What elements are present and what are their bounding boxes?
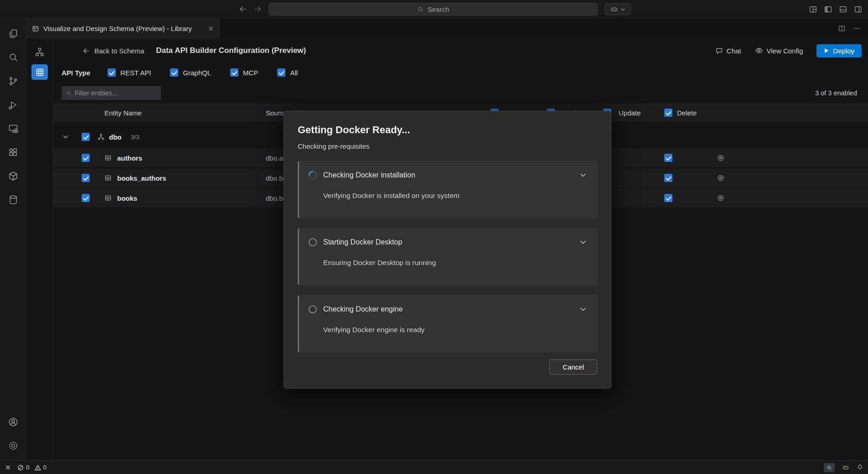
- page-title: Data API Builder Configuration (Preview): [156, 46, 306, 55]
- rest-api-checkbox[interactable]: [108, 68, 116, 77]
- account-icon[interactable]: [2, 410, 24, 434]
- group-name: dbo: [109, 133, 122, 141]
- back-arrow-icon[interactable]: [239, 5, 247, 13]
- play-icon: [824, 48, 829, 53]
- row-checkbox[interactable]: [82, 154, 90, 162]
- chat-icon: [715, 47, 723, 55]
- spinner-icon: [308, 171, 317, 180]
- copilot-icon: [610, 5, 618, 13]
- step-docker-installation: Checking Docker installation Verifying D…: [298, 161, 597, 218]
- toggle-panel-icon[interactable]: [839, 5, 847, 14]
- docker-ready-dialog: Getting Docker Ready... Checking pre-req…: [284, 111, 611, 389]
- tab-visualize-schema[interactable]: Visualize and Design Schema (Preview) - …: [26, 18, 220, 39]
- search-icon: [417, 6, 424, 13]
- api-option-all[interactable]: All: [277, 68, 298, 77]
- history-navigation: [239, 0, 262, 18]
- row-settings-gear-icon[interactable]: [717, 174, 725, 182]
- delete-all-checkbox[interactable]: [664, 109, 672, 117]
- settings-gear-icon[interactable]: [2, 434, 24, 458]
- dialog-subtitle: Checking pre-requisites: [298, 142, 597, 150]
- back-to-schema-link[interactable]: Back to Schema: [83, 47, 144, 55]
- forward-arrow-icon[interactable]: [253, 5, 262, 13]
- entity-search-row: 3 of 3 enabled: [53, 83, 868, 104]
- titlebar: Search: [0, 0, 868, 18]
- customize-layout-icon[interactable]: [809, 5, 817, 14]
- row-checkbox[interactable]: [82, 194, 90, 202]
- tab-close-icon[interactable]: [208, 26, 214, 31]
- source-control-icon[interactable]: [2, 69, 24, 93]
- back-arrow-icon: [83, 47, 90, 55]
- step-title: Checking Docker engine: [323, 305, 403, 313]
- step-docker-engine: Checking Docker engine Verifying Docker …: [298, 295, 597, 352]
- all-checkbox[interactable]: [277, 68, 285, 77]
- toggle-primary-sidebar-icon[interactable]: [824, 5, 832, 14]
- filter-entities-field[interactable]: [62, 86, 161, 100]
- chevron-down-icon[interactable]: [579, 239, 587, 246]
- step-description: Verifying Docker engine is ready: [323, 326, 587, 334]
- deploy-button[interactable]: Deploy: [816, 44, 862, 57]
- layout-controls: [809, 0, 863, 18]
- copilot-status-icon[interactable]: [842, 464, 849, 471]
- mcp-checkbox[interactable]: [230, 68, 238, 77]
- table-icon: [104, 194, 112, 202]
- explorer-icon[interactable]: [2, 22, 24, 46]
- warning-icon: [35, 464, 41, 471]
- split-editor-icon[interactable]: [838, 25, 846, 32]
- activity-bar: [0, 18, 26, 460]
- graphql-label: GraphQL: [183, 69, 211, 77]
- filter-entities-input[interactable]: [75, 89, 157, 97]
- enabled-count: 3 of 3 enabled: [815, 89, 857, 97]
- row-settings-gear-icon[interactable]: [717, 154, 725, 162]
- tab-bar: Visualize and Design Schema (Preview) - …: [26, 18, 868, 39]
- pending-circle-icon: [308, 305, 317, 314]
- api-option-mcp[interactable]: MCP: [230, 68, 258, 77]
- step-docker-desktop: Starting Docker Desktop Ensuring Docker …: [298, 228, 597, 285]
- collapse-chevron-icon[interactable]: [62, 134, 69, 140]
- error-icon: [17, 464, 24, 471]
- chevron-down-icon: [620, 7, 625, 12]
- run-and-debug-icon[interactable]: [2, 93, 24, 117]
- remote-indicator-icon[interactable]: [5, 464, 11, 471]
- entity-name: books_authors: [117, 174, 166, 182]
- view-config-button[interactable]: View Config: [755, 47, 803, 55]
- search-icon: [66, 90, 72, 96]
- zoom-indicator-icon[interactable]: [824, 463, 835, 472]
- deploy-label: Deploy: [833, 47, 854, 55]
- notifications-bell-icon[interactable]: [857, 464, 863, 471]
- rest-api-label: REST API: [120, 69, 151, 77]
- group-checkbox[interactable]: [82, 133, 90, 141]
- database-icon[interactable]: [2, 188, 24, 212]
- cancel-button[interactable]: Cancel: [549, 359, 597, 375]
- problems-indicator[interactable]: 0 0: [17, 464, 46, 471]
- back-label: Back to Schema: [94, 47, 144, 55]
- dialog-title: Getting Docker Ready...: [298, 124, 597, 136]
- step-description: Ensuring Docker Desktop is running: [323, 259, 587, 267]
- row-checkbox[interactable]: [82, 174, 90, 182]
- copilot-menu-button[interactable]: [604, 3, 631, 15]
- schema-designer-icon[interactable]: [31, 44, 48, 60]
- step-title: Checking Docker installation: [323, 171, 415, 179]
- warning-count: 0: [43, 464, 47, 471]
- command-center-search[interactable]: Search: [269, 3, 598, 16]
- graphql-checkbox[interactable]: [170, 68, 178, 77]
- chevron-down-icon[interactable]: [579, 172, 587, 179]
- row-settings-gear-icon[interactable]: [717, 194, 725, 202]
- package-icon[interactable]: [2, 164, 24, 188]
- status-bar: 0 0: [0, 460, 868, 474]
- search-label: Search: [428, 5, 450, 13]
- delete-checkbox[interactable]: [664, 154, 672, 162]
- extensions-icon[interactable]: [2, 141, 24, 164]
- delete-checkbox[interactable]: [664, 194, 672, 202]
- toggle-secondary-sidebar-icon[interactable]: [854, 5, 863, 14]
- api-option-graphql[interactable]: GraphQL: [170, 68, 211, 77]
- search-icon[interactable]: [2, 46, 24, 69]
- remote-window-error-icon[interactable]: [2, 117, 24, 141]
- entity-name: authors: [117, 154, 142, 162]
- api-option-rest[interactable]: REST API: [108, 68, 151, 77]
- delete-checkbox[interactable]: [664, 174, 672, 182]
- chat-button[interactable]: Chat: [715, 47, 741, 55]
- chevron-down-icon[interactable]: [579, 306, 587, 313]
- table-icon: [104, 154, 112, 161]
- more-actions-icon[interactable]: [853, 25, 861, 32]
- data-api-builder-icon[interactable]: [31, 64, 48, 80]
